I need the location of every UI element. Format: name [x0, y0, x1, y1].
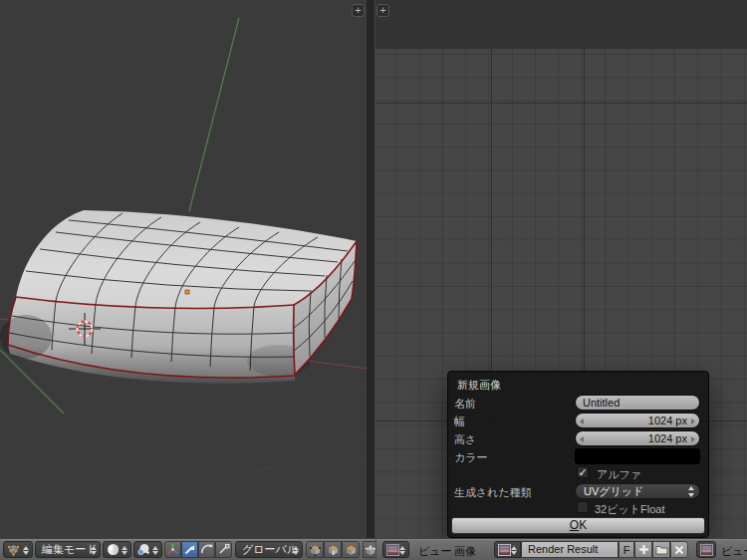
viewport-scene — [0, 0, 367, 538]
generated-type-value: UVグリッド — [584, 485, 643, 497]
expand-region-button-left[interactable]: + — [352, 4, 365, 17]
viewport-shading-dropdown[interactable] — [103, 541, 131, 558]
translate-arrow-icon — [183, 543, 196, 556]
width-slider[interactable]: 1024 px — [575, 413, 700, 428]
pivot-median-icon — [137, 543, 150, 556]
book-mesh[interactable] — [0, 210, 357, 384]
generated-type-label: 生成された種類 — [454, 485, 532, 500]
folder-icon — [655, 544, 668, 555]
mode-dropdown[interactable]: 編集モード — [35, 541, 101, 558]
y-axis-line — [189, 18, 239, 211]
dropdown-arrows-icon — [122, 546, 127, 555]
selected-vertex[interactable] — [185, 290, 189, 294]
height-slider[interactable]: 1024 px — [575, 430, 700, 446]
image-menu[interactable]: 画像 — [454, 544, 476, 559]
name-field[interactable]: Untitled — [575, 395, 700, 411]
dropdown-arrows-icon — [688, 486, 694, 497]
alpha-checkbox[interactable]: ✓ — [577, 466, 589, 478]
new-image-dialog: 新規画像 名前 Untitled 幅 1024 px 高さ 1024 px カラ… — [447, 371, 709, 538]
3d-view-icon — [7, 543, 20, 556]
close-icon — [674, 545, 684, 555]
image-display-button[interactable] — [696, 541, 716, 558]
slider-left-arrow-icon[interactable] — [580, 419, 584, 424]
3d-viewport-header: 編集モード — [0, 538, 375, 560]
orientation-label: グローバル — [242, 543, 298, 555]
image-editor-icon — [386, 544, 399, 556]
translate-manipulator-button[interactable] — [181, 541, 198, 558]
float-label: 32ビットFloat — [595, 502, 664, 517]
float-checkbox[interactable] — [577, 501, 589, 513]
ok-hotkey-letter: O — [570, 518, 579, 532]
selector-arrows-icon — [511, 546, 517, 555]
blender-window: + + 新規画像 名前 Untitled 幅 1024 px 高さ 1024 p… — [0, 0, 747, 560]
selector-arrows-icon — [23, 546, 29, 555]
dropdown-arrows-icon — [91, 546, 97, 555]
view-menu[interactable]: ビュー — [418, 544, 452, 559]
3d-viewport[interactable]: + — [0, 0, 367, 538]
dropdown-arrows-icon — [293, 546, 299, 555]
mode-label: 編集モード — [42, 543, 98, 555]
color-label: カラー — [454, 450, 488, 465]
width-label: 幅 — [454, 415, 465, 429]
image-icon — [700, 544, 713, 556]
editor-type-selector[interactable] — [3, 541, 33, 558]
editor-type-selector[interactable] — [382, 541, 409, 558]
image-thumbnail-icon — [498, 544, 511, 556]
plus-icon — [638, 544, 649, 555]
expand-region-button-right[interactable]: + — [376, 4, 389, 17]
rotate-arc-icon — [200, 543, 213, 556]
open-image-button[interactable] — [652, 541, 670, 558]
image-name-field[interactable]: Render Result — [521, 541, 619, 558]
shading-sphere-icon — [107, 543, 120, 556]
face-select-button[interactable] — [342, 541, 360, 558]
occlude-cube-icon — [365, 544, 376, 556]
color-swatch[interactable] — [575, 448, 700, 464]
rotate-manipulator-button[interactable] — [198, 541, 215, 558]
fake-user-button[interactable]: F — [619, 541, 634, 558]
edge-select-cube-icon — [327, 543, 340, 556]
ok-button[interactable]: OK — [451, 517, 705, 534]
vertex-select-cube-icon — [309, 543, 322, 556]
new-image-button[interactable] — [634, 541, 652, 558]
slider-right-arrow-icon[interactable] — [691, 436, 695, 442]
height-value: 1024 px — [648, 432, 687, 444]
browse-image-button[interactable] — [494, 541, 521, 558]
height-label: 高さ — [454, 432, 476, 447]
face-select-cube-icon — [345, 543, 358, 556]
manipulator-toggle-button[interactable] — [164, 541, 181, 558]
dropdown-arrows-icon — [152, 546, 158, 555]
generated-type-dropdown[interactable]: UVグリッド — [575, 483, 700, 499]
editor-divider[interactable] — [367, 0, 375, 538]
axis-tripod-icon — [166, 543, 179, 556]
vertex-select-button[interactable] — [306, 541, 324, 558]
unlink-image-button[interactable] — [670, 541, 688, 558]
edge-select-button[interactable] — [324, 541, 342, 558]
width-value: 1024 px — [648, 415, 687, 426]
dialog-title: 新規画像 — [457, 378, 501, 393]
ok-label-rest: K — [579, 518, 587, 532]
uv-major-gridline — [375, 103, 747, 104]
scale-icon — [217, 543, 230, 556]
slider-right-arrow-icon[interactable] — [691, 419, 695, 424]
view-menu-right[interactable]: ビュー — [721, 544, 747, 559]
selector-arrows-icon — [399, 546, 405, 555]
pivot-point-dropdown[interactable] — [133, 541, 162, 558]
uv-editor-header: ビュー 画像 Render Result F — [375, 538, 747, 560]
orientation-dropdown[interactable]: グローバル — [235, 541, 303, 558]
alpha-label: アルファ — [597, 467, 641, 482]
scale-manipulator-button[interactable] — [215, 541, 232, 558]
name-label: 名前 — [454, 397, 476, 412]
slider-left-arrow-icon[interactable] — [580, 436, 584, 442]
